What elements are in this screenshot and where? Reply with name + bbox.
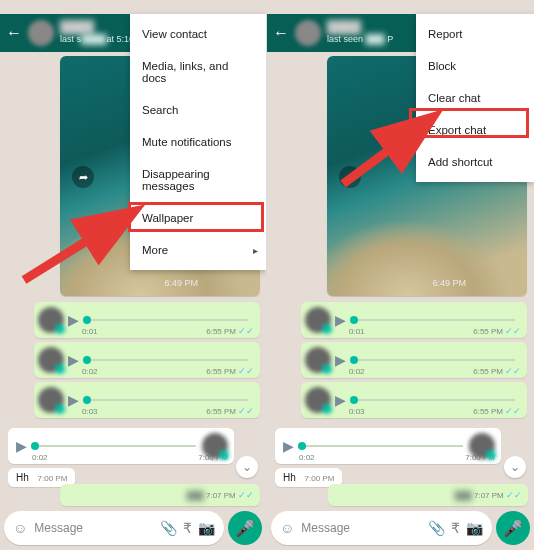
menu-view-contact[interactable]: View contact [130,18,266,50]
chevron-right-icon: ▸ [253,245,258,256]
voice-avatar [305,347,331,373]
voice-avatar [38,387,64,413]
menu-clear-chat[interactable]: Clear chat [416,82,534,114]
overflow-menu: View contact Media, links, and docs Sear… [130,14,266,270]
screen-right: ← ████ last seen ███ P ➦ 6:49 PM ▶ 0:01 … [267,0,534,550]
voice-duration: 0:03 [349,407,365,416]
voice-time: 6:55 PM✓✓ [206,366,254,376]
play-icon[interactable]: ▶ [335,312,346,328]
menu-media-links-docs[interactable]: Media, links, and docs [130,50,266,94]
mic-icon [322,324,332,334]
menu-wallpaper[interactable]: Wallpaper [130,202,266,234]
attach-icon[interactable]: 📎 [428,520,445,536]
mic-icon [219,450,229,460]
voice-time: 6:55 PM✓✓ [473,326,521,336]
voice-duration: 0:01 [349,327,365,336]
play-icon[interactable]: ▶ [283,438,294,454]
voice-duration: 0:01 [82,327,98,336]
play-icon[interactable]: ▶ [16,438,27,454]
menu-search[interactable]: Search [130,94,266,126]
message-input[interactable]: ☺ Message 📎 ₹ 📷 [271,511,492,545]
voice-duration: 0:02 [82,367,98,376]
message-time: 7:00 PM [305,474,335,483]
voice-duration: 0:03 [82,407,98,416]
rupee-icon[interactable]: ₹ [451,520,460,536]
voice-track[interactable] [83,399,248,401]
menu-disappearing[interactable]: Disappearing messages [130,158,266,202]
mic-icon [55,324,65,334]
message-placeholder: Message [297,521,425,535]
scroll-down-button[interactable]: ⌄ [504,456,526,478]
message-text: Hh [16,472,29,483]
voice-message[interactable]: ▶ 0:03 6:55 PM✓✓ [301,382,527,418]
voice-message[interactable]: ▶ 0:01 6:55 PM✓✓ [34,302,260,338]
microphone-icon: 🎤 [503,519,523,538]
voice-track[interactable] [350,399,515,401]
voice-time: 6:55 PM✓✓ [206,406,254,416]
overflow-submenu: Report Block Clear chat Export chat Add … [416,14,534,182]
play-icon[interactable]: ▶ [68,352,79,368]
screen-left: ← ████ last s████at 5:16 ➦ 6:49 PM ▶ 0:0… [0,0,267,550]
voice-track[interactable] [350,319,515,321]
voice-avatar [469,433,495,459]
voice-message[interactable]: ▶ 0:02 6:55 PM✓✓ [301,342,527,378]
play-icon[interactable]: ▶ [335,392,346,408]
menu-more[interactable]: More ▸ [130,234,266,266]
voice-message-in[interactable]: ▶ 0:02 7:00 PM [275,428,501,464]
attach-icon[interactable]: 📎 [160,520,177,536]
mic-icon [55,364,65,374]
voice-time: 6:55 PM✓✓ [206,326,254,336]
voice-message[interactable]: ▶ 0:02 6:55 PM✓✓ [34,342,260,378]
play-icon[interactable]: ▶ [335,352,346,368]
back-icon[interactable]: ← [6,24,22,42]
forward-icon[interactable]: ➦ [72,166,94,188]
voice-duration: 0:02 [32,453,48,462]
voice-avatar [305,307,331,333]
input-bar: ☺ Message 📎 ₹ 📷 🎤 [4,510,262,546]
voice-track[interactable] [298,445,463,447]
voice-avatar [38,307,64,333]
play-icon[interactable]: ▶ [68,392,79,408]
message-time: 7:00 PM [38,474,68,483]
voice-time: 6:55 PM✓✓ [473,406,521,416]
voice-track[interactable] [83,319,248,321]
voice-track[interactable] [350,359,515,361]
avatar[interactable] [28,20,54,46]
menu-add-shortcut[interactable]: Add shortcut [416,146,534,178]
voice-track[interactable] [83,359,248,361]
message-text: Hh [283,472,296,483]
camera-icon[interactable]: 📷 [198,520,215,536]
voice-message[interactable]: ▶ 0:01 6:55 PM✓✓ [301,302,527,338]
voice-track[interactable] [31,445,196,447]
mic-icon [486,450,496,460]
menu-block[interactable]: Block [416,50,534,82]
menu-export-chat[interactable]: Export chat [416,114,534,146]
play-icon[interactable]: ▶ [68,312,79,328]
mic-icon [55,404,65,414]
input-bar: ☺ Message 📎 ₹ 📷 🎤 [271,510,530,546]
voice-message[interactable]: ▶ 0:03 6:55 PM✓✓ [34,382,260,418]
scroll-down-button[interactable]: ⌄ [236,456,258,478]
voice-duration: 0:02 [299,453,315,462]
reply-bar: ███ 7:07 PM ✓✓ [60,484,260,506]
emoji-icon[interactable]: ☺ [280,520,294,536]
voice-duration: 0:02 [349,367,365,376]
voice-time: 6:55 PM✓✓ [473,366,521,376]
mic-button[interactable]: 🎤 [228,511,262,545]
rupee-icon[interactable]: ₹ [183,520,192,536]
message-placeholder: Message [30,521,157,535]
back-icon[interactable]: ← [273,24,289,42]
image-time: 6:49 PM [432,278,466,288]
mic-icon [322,404,332,414]
voice-avatar [305,387,331,413]
message-input[interactable]: ☺ Message 📎 ₹ 📷 [4,511,224,545]
camera-icon[interactable]: 📷 [466,520,483,536]
menu-mute[interactable]: Mute notifications [130,126,266,158]
emoji-icon[interactable]: ☺ [13,520,27,536]
forward-icon[interactable]: ➦ [339,166,361,188]
voice-message-in[interactable]: ▶ 0:02 7:00 PM [8,428,234,464]
avatar[interactable] [295,20,321,46]
mic-button[interactable]: 🎤 [496,511,530,545]
microphone-icon: 🎤 [235,519,255,538]
menu-report[interactable]: Report [416,18,534,50]
